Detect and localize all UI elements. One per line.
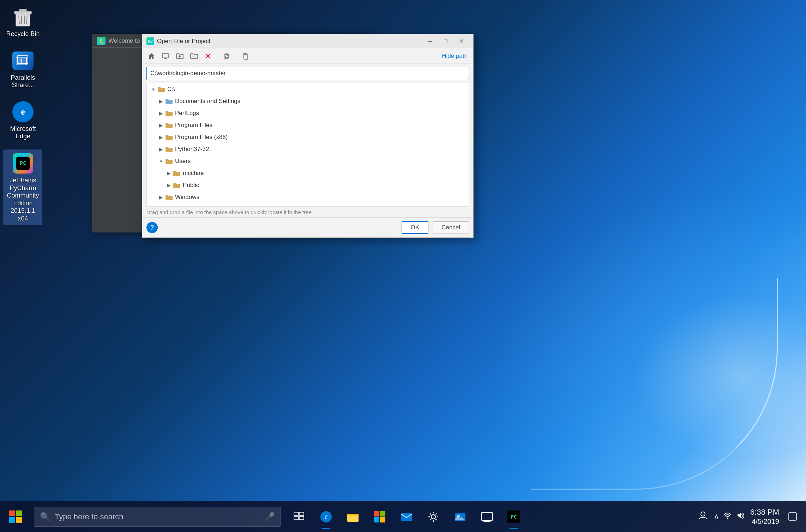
- dialog-titlebar: PC Open File or Project ─ □ ✕: [142, 34, 473, 48]
- chevron-up-icon[interactable]: ∧: [714, 512, 719, 521]
- svg-rect-29: [299, 512, 304, 515]
- dialog-title: Open File or Project: [157, 38, 422, 45]
- tree-label-public: Public: [183, 182, 466, 189]
- people-icon[interactable]: [698, 510, 708, 522]
- path-input[interactable]: [146, 67, 469, 80]
- pycharm-label: JetBrainsPyCharmCommunityEdition2019.1.1…: [6, 177, 40, 223]
- desktop: Recycle Bin ‖ ParallelsShare...: [0, 0, 806, 532]
- taskbar-app-mail[interactable]: [394, 504, 419, 530]
- start-button[interactable]: [0, 501, 31, 532]
- desktop-background-effect: [488, 186, 806, 504]
- clock-date: 4/5/2019: [752, 517, 779, 526]
- desktop-logo-lines: [531, 278, 778, 490]
- pycharm-welcome-icon: 🐍: [97, 37, 106, 45]
- tree-node-docs-settings[interactable]: ▶ Documents and Settings: [147, 95, 469, 107]
- folder-icon-perflogs: [165, 110, 173, 116]
- desktop-icon-edge[interactable]: e MicrosoftEdge: [4, 98, 42, 143]
- dialog-status-text: Drag and drop a file into the space abov…: [146, 209, 312, 215]
- tree-node-users[interactable]: ▾ Users: [147, 155, 469, 167]
- chevron-c-drive: ▾: [150, 86, 157, 93]
- tree-node-windows[interactable]: ▶ Windows: [147, 191, 469, 203]
- tree-label-perflogs: PerfLogs: [175, 110, 466, 117]
- tree-label-python37: Python37-32: [175, 146, 466, 153]
- windows-logo-icon: [9, 510, 22, 523]
- svg-text:e: e: [21, 107, 25, 117]
- toolbar-separator-1: [217, 52, 217, 60]
- new-folder-button[interactable]: [173, 50, 186, 62]
- cancel-button[interactable]: Cancel: [433, 221, 469, 234]
- edge-icon: e: [12, 101, 34, 123]
- svg-rect-51: [789, 513, 796, 520]
- home-button[interactable]: [145, 50, 158, 62]
- svg-rect-31: [299, 516, 304, 520]
- svg-rect-38: [374, 517, 379, 522]
- chevron-users: ▾: [157, 158, 164, 165]
- desktop-button[interactable]: [159, 50, 172, 62]
- chevron-python37: ▶: [157, 146, 164, 153]
- tree-node-mcchae[interactable]: ▶ mcchae: [147, 167, 469, 179]
- desktop-icon-recycle-bin[interactable]: Recycle Bin: [4, 4, 42, 40]
- hide-path-button[interactable]: Hide path: [439, 53, 470, 60]
- tree-node-perflogs[interactable]: ▶ PerfLogs: [147, 107, 469, 119]
- tree-node-program-files[interactable]: ▶ Program Files: [147, 119, 469, 131]
- network-icon[interactable]: [723, 512, 732, 521]
- tree-node-program-files-x86[interactable]: ▶ Program Files (x86): [147, 131, 469, 143]
- system-clock[interactable]: 6:38 PM 4/5/2019: [750, 508, 779, 525]
- tree-node-work[interactable]: ▾ work: [147, 203, 469, 207]
- desktop-icon-parallels[interactable]: ‖ ParallelsShare...: [4, 47, 42, 91]
- tree-node-public[interactable]: ▶ Public: [147, 179, 469, 191]
- tree-node-python37[interactable]: ▶ Python37-32: [147, 143, 469, 155]
- folder-icon-users: [165, 158, 173, 164]
- dialog-path-area: [146, 67, 469, 80]
- tree-label-docs-settings: Documents and Settings: [175, 98, 466, 105]
- dialog-close-btn[interactable]: ✕: [453, 36, 469, 47]
- taskbar-app-settings[interactable]: [421, 504, 446, 530]
- search-bar-placeholder: Type here to search: [55, 512, 264, 521]
- tree-node-c-drive[interactable]: ▾ C:\: [147, 83, 469, 95]
- taskbar-app-edge[interactable]: e: [313, 504, 339, 530]
- taskbar-app-remote-desktop[interactable]: [474, 504, 500, 530]
- cancel-button-toolbar[interactable]: [202, 50, 214, 62]
- photos-taskbar-icon: [452, 509, 468, 525]
- volume-icon[interactable]: [736, 512, 745, 521]
- svg-point-49: [701, 512, 705, 516]
- copy-path-button[interactable]: [239, 50, 252, 62]
- recycle-bin-icon: [12, 6, 34, 28]
- pycharm-active-indicator: [510, 528, 518, 529]
- folder-icon-python37: [165, 146, 173, 152]
- taskbar-app-explorer[interactable]: [340, 504, 366, 530]
- mail-taskbar-icon: [399, 509, 414, 525]
- dialog-toolbar: Hide path: [142, 48, 473, 64]
- taskbar-app-store[interactable]: [367, 504, 392, 530]
- folder-icon-windows: [165, 194, 173, 200]
- file-tree[interactable]: ▾ C:\ ▶ Documents and Settings ▶: [146, 83, 469, 207]
- toolbar-separator-2: [236, 52, 236, 60]
- taskbar-app-pycharm[interactable]: PC: [501, 504, 527, 530]
- dialog-window-controls: ─ □ ✕: [422, 36, 469, 47]
- dialog-maximize-btn[interactable]: □: [438, 36, 453, 47]
- taskbar-apps: e: [287, 504, 527, 530]
- tree-label-program-files: Program Files: [175, 122, 466, 129]
- svg-rect-16: [162, 54, 169, 58]
- taskbar-right-area: ∧ 6:38 PM 4/5/2019: [698, 508, 806, 525]
- svg-rect-44: [481, 513, 493, 520]
- search-icon: 🔍: [40, 512, 50, 522]
- folder-icon-docs-settings: [165, 98, 173, 104]
- ok-button[interactable]: OK: [402, 221, 429, 234]
- taskbar-search-bar[interactable]: 🔍 Type here to search 🎤: [34, 507, 281, 527]
- folder-icon-program-files-x86: [165, 134, 173, 140]
- pycharm-icon: PC: [12, 152, 34, 175]
- chevron-mcchae: ▶: [165, 170, 172, 177]
- move-button[interactable]: [187, 50, 200, 62]
- taskbar-app-task-view[interactable]: [287, 504, 312, 530]
- taskbar-app-photos[interactable]: [447, 504, 473, 530]
- help-button[interactable]: ?: [146, 222, 158, 233]
- taskbar: 🔍 Type here to search 🎤 e: [0, 501, 806, 532]
- refresh-button[interactable]: [220, 50, 233, 62]
- dialog-title-icon: PC: [146, 37, 154, 45]
- desktop-icon-pycharm[interactable]: PC JetBrainsPyCharmCommunityEdition2019.…: [4, 150, 42, 225]
- notification-button[interactable]: [785, 509, 800, 524]
- tree-label-mcchae: mcchae: [183, 170, 466, 177]
- dialog-buttons-area: ? OK Cancel: [142, 217, 473, 237]
- dialog-minimize-btn[interactable]: ─: [422, 36, 438, 47]
